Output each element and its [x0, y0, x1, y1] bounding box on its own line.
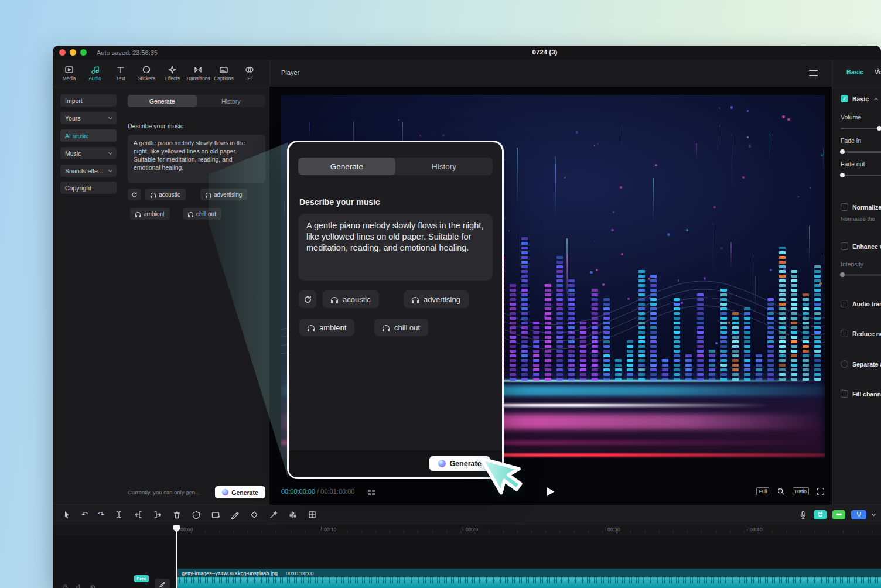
ruler-label: 00:30	[607, 527, 620, 532]
select-tool-icon[interactable]	[62, 510, 71, 519]
lock-icon[interactable]	[62, 584, 69, 588]
sidebar-item-import[interactable]: Import	[60, 94, 117, 107]
adjust-icon[interactable]	[288, 510, 298, 519]
add-media-icon[interactable]	[211, 510, 220, 519]
collapse-section-icon[interactable]	[874, 98, 878, 102]
fade-in-slider[interactable]	[841, 151, 881, 153]
separate-audio-checkbox[interactable]	[841, 360, 848, 368]
undo-icon[interactable]: ↶	[81, 510, 88, 519]
normalize-checkbox[interactable]	[841, 203, 848, 211]
zoom-fit-icon[interactable]	[777, 487, 785, 495]
sidebar-item-yours[interactable]: Yours	[60, 112, 117, 124]
popup-tag-advertising[interactable]: advertising	[404, 290, 469, 308]
ruler-label: 00:20	[466, 527, 478, 532]
connect-device-teal-button[interactable]	[814, 510, 827, 519]
ai-orb-icon	[438, 460, 446, 467]
tab-generate[interactable]: Generate	[128, 95, 197, 107]
tag-advertising[interactable]: advertising	[200, 189, 247, 200]
generate-button[interactable]: Generate	[215, 486, 265, 498]
play-button[interactable]	[547, 487, 555, 498]
audio-transcription-label: Audio trans	[852, 300, 881, 307]
chevron-down-icon	[108, 168, 112, 172]
intensity-slider[interactable]	[841, 274, 881, 276]
popup-tab-history[interactable]: History	[395, 158, 493, 175]
popup-tag-chill-out[interactable]: chill out	[374, 319, 428, 336]
edit-clip-button[interactable]	[155, 579, 170, 588]
chevron-down-icon[interactable]	[872, 512, 876, 516]
tag-acoustic[interactable]: acoustic	[145, 189, 186, 200]
mask-icon[interactable]	[192, 510, 201, 519]
sidebar-item-ai-music[interactable]: AI music	[60, 129, 117, 142]
tag-ambient[interactable]: ambient	[130, 208, 170, 220]
tab-voice[interactable]: Voic	[875, 69, 881, 76]
delete-icon[interactable]	[172, 510, 182, 519]
hide-icon[interactable]	[89, 584, 95, 588]
playhead-line[interactable]	[176, 525, 177, 588]
tab-transitions[interactable]: Transitions	[185, 65, 211, 81]
delete-right-icon[interactable]	[153, 510, 162, 519]
tab-stickers[interactable]: Stickers	[134, 65, 159, 81]
enhance-voice-checkbox[interactable]	[841, 242, 848, 250]
refresh-tags-button[interactable]	[128, 189, 141, 200]
minimize-window-button[interactable]	[70, 49, 76, 56]
player-header: Player	[269, 60, 832, 87]
maximize-window-button[interactable]	[80, 49, 87, 56]
sidebar-item-copyright[interactable]: Copyright	[60, 182, 117, 194]
popup-tag-acoustic[interactable]: acoustic	[323, 290, 379, 308]
tab-captions[interactable]: Captions	[211, 65, 237, 81]
volume-knob[interactable]	[877, 126, 881, 131]
player-view-options: Full Ratio	[756, 487, 825, 495]
delete-left-icon[interactable]	[134, 510, 143, 519]
player-menu-icon[interactable]	[809, 70, 818, 78]
tab-filters[interactable]: Fi	[237, 65, 262, 81]
tag-chill-out[interactable]: chill out	[183, 208, 221, 220]
fullscreen-icon[interactable]	[817, 487, 825, 495]
close-window-button[interactable]	[59, 49, 66, 56]
track-controls-cut	[62, 584, 95, 588]
volume-slider[interactable]	[841, 128, 881, 129]
split-icon[interactable]	[114, 510, 124, 519]
keyframe-icon[interactable]	[250, 510, 259, 519]
music-prompt-input[interactable]: A gentle piano melody slowly flows in th…	[128, 135, 265, 183]
popup-tag-ambient[interactable]: ambient	[299, 319, 354, 336]
grid-icon[interactable]	[308, 510, 317, 519]
captions-icon	[219, 65, 228, 74]
edit-tools: ↶ ↷	[62, 505, 317, 524]
layout-toggle-icon[interactable]	[368, 490, 375, 495]
clip-title-strip[interactable]: getty-images--yz4wG6Xkgg-unsplash.jpg 00…	[177, 569, 881, 577]
fill-channel-checkbox[interactable]	[841, 390, 848, 398]
ratio-button[interactable]: Ratio	[793, 487, 809, 495]
timecode: 00:00:00:00 / 00:01:00:00	[281, 488, 354, 495]
fade-out-slider[interactable]	[841, 175, 881, 176]
mute-icon[interactable]	[76, 584, 82, 588]
connect-device-blue-button[interactable]	[851, 510, 866, 519]
tab-basic[interactable]: Basic	[846, 69, 863, 76]
sidebar-item-sound-effects[interactable]: Sounds effe...	[60, 165, 117, 177]
magic-wand-icon[interactable]	[269, 510, 278, 519]
draw-icon[interactable]	[230, 510, 240, 519]
reduce-noise-checkbox[interactable]	[841, 330, 848, 337]
headphones-icon	[412, 297, 419, 302]
popup-music-prompt-input[interactable]: A gentle piano melody slowly flows in th…	[298, 214, 493, 281]
clip-body[interactable]	[177, 577, 881, 588]
tab-text[interactable]: Text	[108, 65, 134, 81]
sidebar-item-music[interactable]: Music	[60, 147, 117, 159]
popup-refresh-tags-button[interactable]	[299, 290, 316, 308]
tab-media[interactable]: Media	[56, 65, 82, 81]
plug-icon	[817, 511, 824, 518]
fade-in-knob[interactable]	[840, 149, 845, 154]
fade-out-knob[interactable]	[840, 173, 845, 177]
full-view-button[interactable]: Full	[756, 487, 769, 495]
tab-audio[interactable]: Audio	[82, 65, 108, 81]
audio-transcription-checkbox[interactable]	[841, 300, 848, 307]
microphone-icon[interactable]	[798, 510, 808, 519]
intensity-knob[interactable]	[840, 272, 845, 277]
ruler-label: 00:10	[324, 527, 336, 532]
popup-tab-generate[interactable]: Generate	[298, 158, 395, 175]
redo-icon[interactable]: ↷	[98, 510, 104, 519]
basic-checkbox[interactable]: ✓	[841, 95, 848, 102]
tab-effects[interactable]: Effects	[159, 65, 185, 81]
tab-history[interactable]: History	[197, 95, 266, 107]
reduce-noise-label: Reduce noi	[852, 330, 881, 337]
connect-device-green-button[interactable]	[832, 510, 845, 519]
